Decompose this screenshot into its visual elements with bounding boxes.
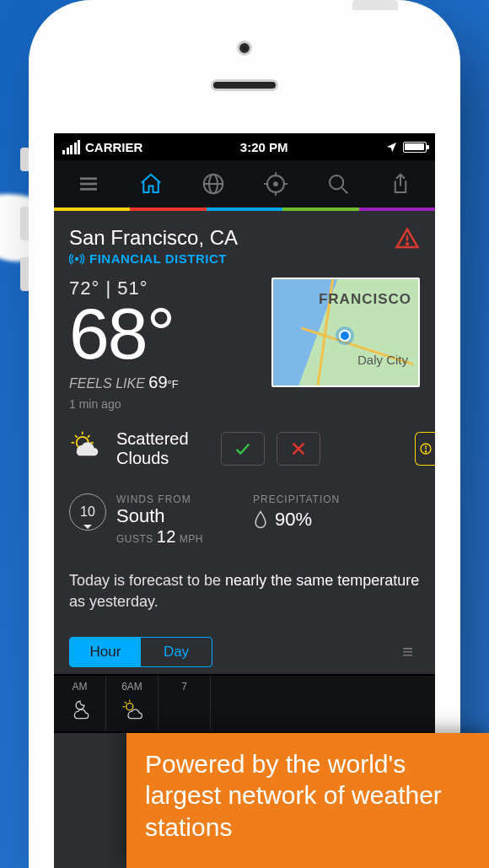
map-thumbnail[interactable]: FRANCISCO Daly City [271, 278, 420, 387]
nav-locate-button[interactable] [259, 167, 293, 201]
phone-volume-up [20, 207, 29, 240]
nav-bar [54, 160, 435, 208]
hour-cell[interactable]: 6AM [106, 676, 159, 731]
weather-alert-button[interactable] [395, 226, 420, 251]
segment-hour[interactable]: Hour [70, 638, 141, 666]
location-title: San Francisco, CA [69, 226, 238, 250]
promo-banner: Powered by the world's largest network o… [126, 733, 489, 869]
map-pin-icon [339, 330, 351, 342]
phone-lock-button [352, 0, 398, 10]
clock: 3:20 PM [240, 140, 288, 154]
precip-label: PRECIPITATION [253, 493, 420, 505]
svg-point-12 [330, 175, 343, 189]
forecast-narrative: Today is forecast to be nearly the same … [69, 570, 420, 612]
wind-gusts: GUSTS 12 MPH [116, 527, 203, 547]
map-label: Daly City [357, 353, 408, 367]
svg-point-15 [76, 257, 78, 260]
status-bar: CARRIER 3:20 PM [54, 133, 435, 160]
svg-line-32 [125, 702, 126, 704]
battery-icon [403, 142, 427, 153]
svg-point-29 [126, 704, 132, 710]
phone-camera [237, 40, 252, 56]
nav-search-button[interactable] [321, 167, 355, 201]
nav-share-button[interactable] [384, 167, 417, 201]
reject-condition-button[interactable] [277, 432, 320, 466]
feels-like: FEELS LIKE 69°F [69, 373, 258, 392]
station-name: FINANCIAL DISTRICT [89, 251, 227, 266]
wind-label: WINDS FROM [116, 493, 203, 505]
report-hazard-button[interactable] [415, 432, 435, 466]
forecast-options-button[interactable]: ≡ [402, 641, 420, 663]
raindrop-icon [253, 510, 268, 529]
segment-day[interactable]: Day [141, 638, 212, 666]
nav-globe-button[interactable] [196, 167, 230, 201]
location-arrow-icon [385, 141, 398, 154]
svg-point-17 [406, 243, 408, 245]
phone-volume-down [20, 257, 29, 291]
current-temp: 68° [69, 301, 258, 366]
warning-icon [419, 439, 433, 458]
precip-value: 90% [275, 509, 312, 531]
hour-cell[interactable]: AM [54, 676, 106, 731]
condition-icon [69, 429, 105, 468]
x-icon [289, 439, 308, 458]
condition-text: Scattered Clouds [116, 429, 209, 468]
broadcast-icon [69, 253, 84, 265]
svg-line-13 [341, 187, 347, 193]
wind-direction: South [116, 505, 203, 527]
svg-point-7 [274, 182, 277, 186]
hour-cell[interactable]: 7 [159, 676, 211, 731]
svg-line-22 [88, 435, 90, 438]
updated-ago: 1 min ago [69, 397, 258, 411]
wind-compass-icon: 10 [69, 493, 106, 531]
nav-home-button[interactable] [134, 167, 168, 201]
phone-mute-switch [20, 148, 29, 171]
check-icon [234, 439, 252, 458]
confirm-condition-button[interactable] [221, 432, 265, 466]
cloud-moon-icon [54, 698, 105, 721]
svg-line-23 [75, 435, 78, 438]
svg-point-28 [425, 451, 426, 452]
sun-cloud-icon [106, 698, 158, 721]
nav-menu-button[interactable] [72, 167, 105, 201]
signal-icon [62, 140, 80, 154]
map-label: FRANCISCO [319, 291, 411, 308]
carrier-label: CARRIER [85, 140, 142, 154]
hourly-strip[interactable]: AM 6AM 7 [54, 674, 435, 733]
station-button[interactable]: FINANCIAL DISTRICT [69, 251, 238, 266]
forecast-range-segmented[interactable]: Hour Day [69, 637, 212, 667]
phone-speaker [211, 79, 278, 91]
